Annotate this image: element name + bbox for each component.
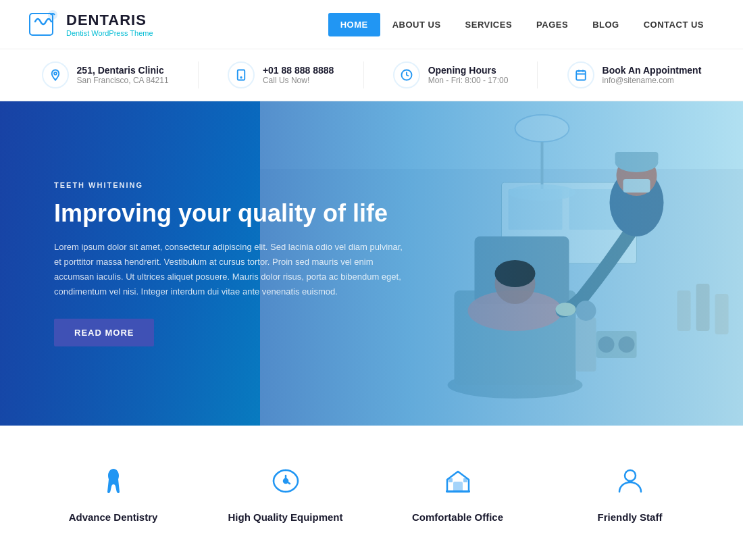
feature-staff: Friendly Staff — [544, 466, 716, 523]
nav-blog[interactable]: BLOG — [580, 13, 632, 36]
info-phone: +01 88 888 8888 Call Us Now! — [228, 61, 334, 88]
nav-pages[interactable]: PAGES — [524, 13, 580, 36]
svg-rect-6 — [576, 71, 586, 80]
feature-office: Comfortable Office — [372, 466, 544, 523]
info-bar: 251, Dentaris Clinic San Francisco, CA 8… — [0, 49, 743, 101]
divider-2 — [363, 61, 364, 88]
hero-tag: TEETH WHITENING — [54, 181, 405, 189]
svg-point-1 — [48, 10, 57, 20]
address-sub: San Francisco, CA 84211 — [77, 76, 169, 85]
divider-1 — [198, 61, 199, 88]
logo: DENTARIS Dentist WordPress Theme — [27, 8, 153, 41]
calendar-icon — [567, 61, 594, 88]
svg-rect-38 — [463, 478, 467, 482]
feature-equipment: High Quality Equipment — [199, 466, 372, 523]
equipment-icon — [271, 466, 301, 502]
info-address: 251, Dentaris Clinic San Francisco, CA 8… — [42, 61, 169, 88]
svg-point-2 — [54, 72, 57, 75]
hero-title: Improving your quality of life — [54, 199, 405, 228]
phone-label: +01 88 888 8888 — [263, 65, 334, 76]
svg-point-35 — [284, 479, 288, 483]
hero-description: Lorem ipsum dolor sit amet, consectetur … — [54, 240, 405, 299]
appointment-label: Book An Appointment — [603, 65, 702, 76]
svg-point-40 — [625, 470, 636, 481]
phone-icon — [228, 61, 255, 88]
advance-dentistry-icon — [99, 466, 128, 502]
feature-office-label: Comfortable Office — [412, 511, 503, 523]
info-appointment: Book An Appointment info@sitename.com — [567, 61, 702, 88]
address-label: 251, Dentaris Clinic — [77, 65, 169, 76]
nav-contact[interactable]: CONTACT US — [632, 13, 716, 36]
svg-rect-37 — [449, 478, 453, 482]
svg-point-4 — [240, 77, 242, 78]
feature-advance-dentistry: Advance Dentistry — [27, 466, 199, 523]
divider-3 — [537, 61, 538, 88]
brand-subtitle: Dentist WordPress Theme — [66, 29, 153, 37]
read-more-button[interactable]: READ MORE — [54, 318, 154, 346]
brand-name: DENTARIS — [66, 11, 153, 29]
nav-about[interactable]: ABOUT US — [380, 13, 453, 36]
feature-staff-label: Friendly Staff — [598, 511, 663, 523]
staff-icon — [615, 466, 645, 502]
hours-label: Opening Hours — [428, 65, 509, 76]
feature-advance-dentistry-label: Advance Dentistry — [69, 511, 158, 523]
appointment-sub: info@sitename.com — [603, 76, 702, 85]
clock-icon — [393, 61, 420, 88]
hours-sub: Mon - Fri: 8:00 - 17:00 — [428, 76, 509, 85]
hero-section: TEETH WHITENING Improving your quality o… — [0, 101, 743, 426]
svg-rect-39 — [446, 490, 470, 492]
header: DENTARIS Dentist WordPress Theme HOME AB… — [0, 0, 743, 49]
office-icon — [443, 466, 473, 502]
hero-content: TEETH WHITENING Improving your quality o… — [54, 181, 405, 347]
svg-rect-36 — [454, 482, 462, 492]
nav-services[interactable]: SERVICES — [453, 13, 525, 36]
logo-icon — [27, 8, 59, 41]
main-nav: HOME ABOUT US SERVICES PAGES BLOG CONTAC… — [328, 13, 716, 36]
features-section: Advance Dentistry High Quality Equipment — [0, 426, 743, 550]
location-icon — [42, 61, 69, 88]
nav-home[interactable]: HOME — [328, 13, 380, 36]
info-hours: Opening Hours Mon - Fri: 8:00 - 17:00 — [393, 61, 509, 88]
feature-equipment-label: High Quality Equipment — [228, 511, 342, 523]
phone-sub: Call Us Now! — [263, 76, 334, 85]
